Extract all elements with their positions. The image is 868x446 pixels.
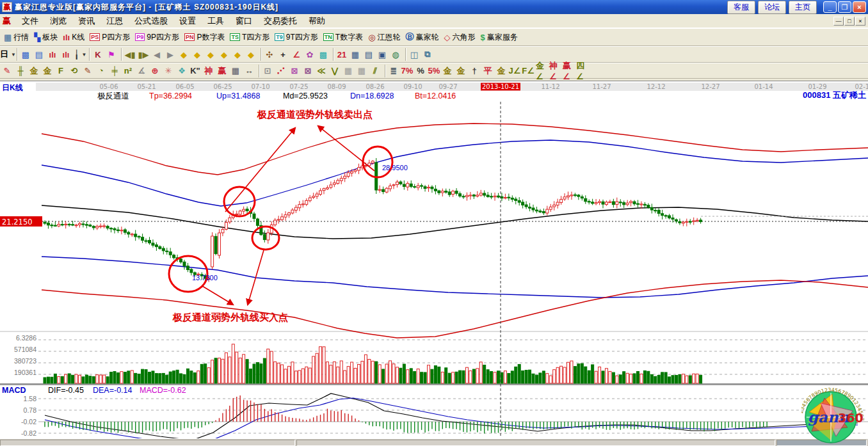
candle-pen-icon[interactable]: † xyxy=(469,65,482,77)
chart-canvas[interactable]: 05-0605-2106-0506-2507-1007-2508-0908-26… xyxy=(0,81,868,438)
magic-tool-icon[interactable]: ✿ xyxy=(304,48,317,61)
menu-item-4[interactable]: 公式选股 xyxy=(129,14,173,28)
t-table-button[interactable]: TNT数字表 xyxy=(321,30,366,44)
p-table-button[interactable]: PNP数字表 xyxy=(182,30,228,44)
prev-icon[interactable]: ◀ xyxy=(151,48,165,61)
si-angle-icon[interactable]: 四∠ xyxy=(576,65,590,77)
menu-item-1[interactable]: 浏览 xyxy=(44,14,72,28)
hand-icon[interactable]: ✣ xyxy=(264,48,277,61)
quote-list-icon[interactable]: ▤ xyxy=(33,48,47,61)
crosshair-icon[interactable]: + xyxy=(277,48,291,61)
pct-5-icon[interactable]: 5% xyxy=(428,65,442,77)
fan-small-icon[interactable]: ≪ xyxy=(316,65,329,77)
candle-style-icon[interactable]: ╽▼ xyxy=(74,48,87,61)
dropdown-arrow-icon[interactable]: ▼ xyxy=(11,52,16,58)
box-tool-icon[interactable]: ⊡ xyxy=(262,65,275,77)
quotes-button[interactable]: ▦行情 xyxy=(1,30,31,44)
dropdown-arrow-icon[interactable]: ▼ xyxy=(81,52,86,58)
diamond-down-icon[interactable]: ◆ xyxy=(245,48,259,61)
menu-item-8[interactable]: 交易委托 xyxy=(258,14,303,28)
close-button[interactable]: × xyxy=(853,1,866,13)
fib-f-icon[interactable]: F xyxy=(55,65,68,77)
fan-red-icon[interactable]: ⋰ xyxy=(275,65,289,77)
grid-123-icon[interactable]: ▦ xyxy=(230,65,243,77)
restore-button[interactable]: ❐ xyxy=(838,1,851,13)
last-icon[interactable]: ▮▶ xyxy=(138,48,151,61)
h-arrows-icon[interactable]: ↔ xyxy=(243,65,257,77)
kline-button[interactable]: ılıK线 xyxy=(60,30,87,44)
pattern-blue-icon[interactable]: ▩ xyxy=(20,48,33,61)
pen-red-icon[interactable]: ✎ xyxy=(1,65,15,77)
grid-lines-icon[interactable]: ╫ xyxy=(15,65,28,77)
period-day-icon[interactable]: 日▼ xyxy=(1,48,15,61)
diamond-out-icon[interactable]: ◆ xyxy=(218,48,232,61)
9p-square-button[interactable]: P99P四方形 xyxy=(133,30,182,44)
star-red-icon[interactable]: ✳ xyxy=(163,65,176,77)
save-icon[interactable]: ▣ xyxy=(376,48,390,61)
menu-item-2[interactable]: 资讯 xyxy=(72,14,100,28)
k-box-icon[interactable]: K xyxy=(92,48,106,61)
target-red-icon[interactable]: ⊕ xyxy=(149,65,163,77)
calendar-icon[interactable]: 21 xyxy=(336,48,350,61)
spiral-icon[interactable]: ⟲ xyxy=(68,65,82,77)
sectors-button[interactable]: ▚板块 xyxy=(31,30,60,44)
first-icon[interactable]: ◀▮ xyxy=(124,48,138,61)
quick-button-0[interactable]: 客服 xyxy=(727,1,755,14)
minimize-button[interactable]: _ xyxy=(823,1,837,13)
gold-circle-icon[interactable]: 金 xyxy=(442,65,455,77)
mdi-button-2[interactable]: × xyxy=(855,17,865,26)
box-fan-icon[interactable]: ⊠ xyxy=(289,65,302,77)
j-angle-icon[interactable]: J∠ xyxy=(509,65,522,77)
pen-2-icon[interactable]: ✎ xyxy=(82,65,95,77)
winner-service-button[interactable]: $赢家服务 xyxy=(478,30,520,44)
menu-item-3[interactable]: 江恩 xyxy=(100,14,129,28)
menu-item-9[interactable]: 帮助 xyxy=(303,14,331,28)
window-b-icon[interactable]: ⧉ xyxy=(422,48,435,61)
p-square-button[interactable]: PSP四方形 xyxy=(87,30,133,44)
gold-angle-icon[interactable]: 金∠ xyxy=(536,65,549,77)
t-square-button[interactable]: TST四方形 xyxy=(227,30,272,44)
ying-icon[interactable]: 赢 xyxy=(216,65,230,77)
shen-angle-icon[interactable]: 神∠ xyxy=(549,65,563,77)
grid-arrow-icon[interactable]: ▦ xyxy=(356,65,369,77)
menu-item-0[interactable]: 文件 xyxy=(16,14,44,28)
mdi-button-1[interactable]: □ xyxy=(844,17,855,26)
v-lines-icon[interactable]: ⋁ xyxy=(329,65,342,77)
menu-item-6[interactable]: 工具 xyxy=(202,14,230,28)
list-tool-icon[interactable]: ≣ xyxy=(388,65,401,77)
hexagon-button[interactable]: ◇六角形 xyxy=(442,30,478,44)
k-quote-icon[interactable]: K" xyxy=(189,65,203,77)
menu-item-7[interactable]: 窗口 xyxy=(230,14,258,28)
diamond-in-icon[interactable]: ◆ xyxy=(205,48,218,61)
clock-circle-icon[interactable]: ◔ xyxy=(95,65,109,77)
ping-a-icon[interactable]: 平 xyxy=(482,65,495,77)
ying-angle-icon[interactable]: 赢∠ xyxy=(563,65,576,77)
slant-lines-icon[interactable]: ⫽ xyxy=(369,65,383,77)
ruler-icon[interactable]: ╪ xyxy=(109,65,122,77)
quick-button-2[interactable]: 主页 xyxy=(789,1,817,14)
pct-icon[interactable]: % xyxy=(415,65,428,77)
diamond-right-icon[interactable]: ◆ xyxy=(191,48,205,61)
gold-grid-2-icon[interactable]: 金 xyxy=(42,65,55,77)
calculator-icon[interactable]: ▦ xyxy=(350,48,363,61)
winner-wheel-button[interactable]: Ⓑ赢家轮 xyxy=(403,30,442,44)
shen-icon[interactable]: 神 xyxy=(203,65,216,77)
bars-3-icon[interactable]: ılı xyxy=(47,48,60,61)
gold-tri-icon[interactable]: 金 xyxy=(495,65,509,77)
diamond-left-icon[interactable]: ◆ xyxy=(178,48,191,61)
f-angle-icon[interactable]: F∠ xyxy=(522,65,536,77)
notes-icon[interactable]: ▤ xyxy=(363,48,376,61)
quick-button-1[interactable]: 论坛 xyxy=(758,1,786,14)
flag-icon[interactable]: ⚑ xyxy=(106,48,119,61)
9t-square-button[interactable]: T99T四方形 xyxy=(272,30,321,44)
web-icon[interactable]: ◍ xyxy=(390,48,403,61)
grid-red-icon[interactable]: ▦ xyxy=(342,65,356,77)
web-grid-icon[interactable]: ❖ xyxy=(176,65,189,77)
gold-line-icon[interactable]: 金 xyxy=(455,65,469,77)
angle-a-icon[interactable]: ∡ xyxy=(136,65,149,77)
gold-grid-1-icon[interactable]: 金 xyxy=(28,65,42,77)
n-square-icon[interactable]: n² xyxy=(122,65,136,77)
window-a-icon[interactable]: ◫ xyxy=(408,48,422,61)
gann-wheel-button[interactable]: ◎江恩轮 xyxy=(366,30,403,44)
pct-7-icon[interactable]: 7% xyxy=(401,65,415,77)
